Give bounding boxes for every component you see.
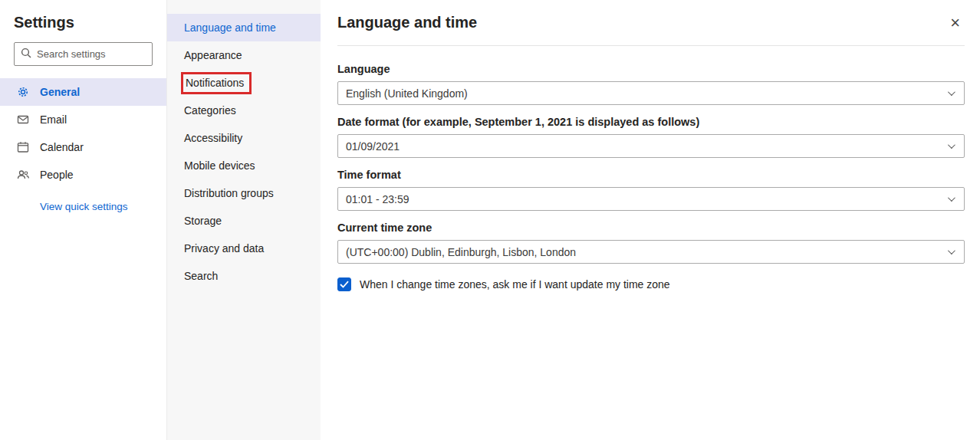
sidebar-item-label: General (40, 86, 80, 98)
search-settings-input[interactable] (37, 48, 172, 60)
checkmark-icon (340, 281, 349, 288)
category-item-distribution-groups[interactable]: Distribution groups (167, 179, 321, 207)
chevron-down-icon (948, 141, 955, 149)
timezone-field: Current time zone (UTC+00:00) Dublin, Ed… (337, 222, 965, 264)
category-item-label: Mobile devices (184, 159, 255, 172)
panel-content: Language English (United Kingdom) Date f… (337, 46, 965, 291)
settings-title: Settings (14, 14, 153, 31)
annotation-highlight-box: Notifications (181, 72, 252, 94)
category-item-label: Distribution groups (184, 187, 274, 199)
calendar-icon (17, 141, 29, 153)
close-button[interactable]: × (945, 13, 965, 33)
category-item-privacy-and-data[interactable]: Privacy and data (167, 235, 321, 262)
category-item-appearance[interactable]: Appearance (167, 41, 321, 69)
category-item-categories[interactable]: Categories (167, 97, 321, 124)
language-field: Language English (United Kingdom) (337, 63, 965, 105)
settings-panel: Language and time × Language English (Un… (321, 0, 980, 440)
time-format-field: Time format 01:01 - 23:59 (337, 169, 965, 211)
settings-search-box[interactable] (14, 42, 153, 66)
timezone-prompt-label[interactable]: When I change time zones, ask me if I wa… (360, 278, 670, 291)
mail-icon (17, 113, 29, 126)
sidebar-item-label: Email (40, 113, 67, 126)
language-label: Language (337, 63, 965, 75)
search-icon (21, 48, 31, 61)
category-item-label: Appearance (184, 49, 242, 61)
sidebar-item-email[interactable]: Email (0, 106, 166, 133)
category-item-label: Categories (184, 104, 236, 117)
date-format-select-value: 01/09/2021 (346, 140, 400, 153)
category-item-label: Accessibility (184, 132, 242, 144)
timezone-label: Current time zone (337, 222, 965, 234)
settings-category-list: Language and time Appearance Notificatio… (167, 0, 321, 440)
time-format-select[interactable]: 01:01 - 23:59 (337, 187, 965, 211)
time-format-select-value: 01:01 - 23:59 (346, 193, 409, 205)
category-item-accessibility[interactable]: Accessibility (167, 124, 321, 152)
category-item-label: Language and time (184, 21, 276, 34)
sidebar-item-label: Calendar (40, 141, 84, 153)
category-item-label: Search (184, 270, 218, 282)
timezone-prompt-checkbox[interactable] (337, 277, 351, 291)
timezone-select[interactable]: (UTC+00:00) Dublin, Edinburgh, Lisbon, L… (337, 240, 965, 264)
category-item-label: Storage (184, 215, 222, 227)
category-item-mobile-devices[interactable]: Mobile devices (167, 152, 321, 179)
category-item-storage[interactable]: Storage (167, 207, 321, 235)
chevron-down-icon (948, 194, 955, 202)
time-format-label: Time format (337, 169, 965, 181)
language-select-value: English (United Kingdom) (346, 87, 468, 100)
date-format-label: Date format (for example, September 1, 2… (337, 116, 965, 128)
date-format-field: Date format (for example, September 1, 2… (337, 116, 965, 158)
panel-header: Language and time × (337, 0, 965, 46)
timezone-prompt-row: When I change time zones, ask me if I wa… (337, 277, 965, 291)
date-format-select[interactable]: 01/09/2021 (337, 134, 965, 158)
language-select[interactable]: English (United Kingdom) (337, 81, 965, 105)
sidebar-item-general[interactable]: General (0, 78, 166, 106)
category-item-label: Notifications (186, 77, 244, 89)
sidebar-item-calendar[interactable]: Calendar (0, 133, 166, 161)
settings-sidebar: Settings General Email Calendar People V… (0, 0, 167, 440)
category-item-search[interactable]: Search (167, 262, 321, 290)
timezone-select-value: (UTC+00:00) Dublin, Edinburgh, Lisbon, L… (346, 246, 576, 258)
category-item-language-and-time[interactable]: Language and time (167, 14, 321, 41)
gear-icon (17, 86, 29, 98)
chevron-down-icon (948, 88, 955, 96)
chevron-down-icon (948, 247, 955, 254)
category-item-notifications[interactable]: Notifications (167, 69, 321, 97)
category-item-label: Privacy and data (184, 242, 264, 254)
people-icon (17, 169, 29, 181)
panel-title: Language and time (337, 14, 477, 31)
sidebar-item-label: People (40, 169, 74, 181)
sidebar-item-people[interactable]: People (0, 161, 166, 189)
view-quick-settings-link[interactable]: View quick settings (40, 201, 166, 212)
